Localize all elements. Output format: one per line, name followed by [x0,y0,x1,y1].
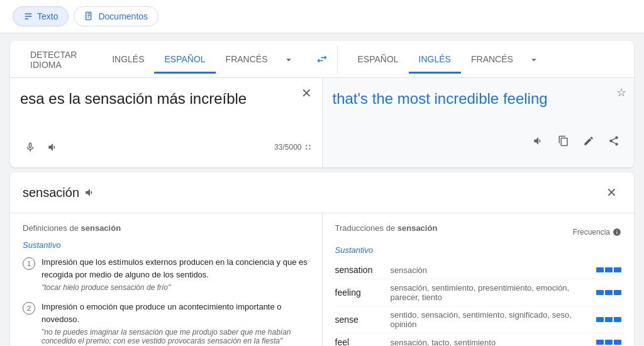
freq-bar-segment [605,317,613,322]
definition-item-1: 1 Impresión que los estímulos externos p… [23,256,309,292]
definition-item-2: 2 Impresión o emoción que produce un aco… [23,301,309,345]
docs-btn-label: Documentos [98,11,148,21]
docs-mode-button[interactable]: Documentos [74,6,158,26]
freq-bar-segment [614,290,621,295]
pos-label-translations: Sustantivo [335,245,622,255]
speaker-dict-icon[interactable] [84,187,96,198]
target-french-tab[interactable]: FRANCÉS [461,45,523,74]
detect-language-tab[interactable]: DETECTAR IDIOMA [20,41,102,77]
definition-text-2: Impresión o emoción que produce un acont… [42,301,309,325]
freq-bar-segment [614,267,621,272]
translated-text: that's the most incredible feeling [333,88,625,126]
edit-button[interactable] [579,131,599,151]
dictionary-title: sensación [23,186,96,200]
copy-icon [558,135,569,147]
mic-icon [25,142,36,153]
definitions-panel: Definiciones de sensación Sustantivo 1 I… [10,213,323,346]
definition-content-1: Impresión que los estímulos externos pro… [42,256,309,292]
translation-synonyms: sensación [391,265,592,275]
translation-synonyms: sensación, tacto, sentimiento [391,338,592,346]
dictionary-section: sensación ✕ Definiciones de sensación Su… [10,172,634,346]
source-spanish-tab[interactable]: ESPAÑOL [154,45,215,74]
docs-icon [84,11,94,21]
freq-bar-segment [614,317,621,322]
language-bar: DETECTAR IDIOMA INGLÉS ESPAÑOL FRANCÉS E… [10,41,634,78]
freq-bar-segment [596,340,604,345]
translation-synonyms: sensación, sentimiento, presentimiento, … [391,283,592,302]
freq-bar-segment [605,267,613,272]
input-icons [20,137,63,157]
freq-bar-segment [596,290,604,295]
translations-title: Traducciones de sensación [335,223,438,233]
swap-languages-button[interactable] [307,53,337,65]
translation-row: sensationsensación [335,261,622,279]
definition-number-1: 1 [23,257,35,270]
translation-row: feelingsensación, sentimiento, presentim… [335,279,622,306]
text-mode-button[interactable]: Texto [13,6,69,26]
expand-icon [304,143,312,151]
dictionary-content: Definiciones de sensación Sustantivo 1 I… [10,213,634,346]
target-lang-panel: ESPAÑOL INGLÉS FRANCÉS [337,45,635,74]
source-lang-panel: DETECTAR IDIOMA INGLÉS ESPAÑOL FRANCÉS [10,41,307,77]
translation-row: feelsensación, tacto, sentimiento [335,333,622,346]
freq-bar-segment [596,267,604,272]
text-panels: esa es la sensación más increíble ✕ [10,78,634,167]
input-footer: 33/5000 [20,132,312,162]
edit-icon [583,135,594,147]
translation-word[interactable]: sense [335,315,386,325]
frequency-label: Frecuencia [573,228,621,237]
char-count: 33/5000 [274,143,311,152]
speaker-button-output[interactable] [528,131,548,151]
translation-word[interactable]: feel [335,337,386,346]
translation-word[interactable]: feeling [335,287,386,298]
speaker-button-input[interactable] [43,137,63,157]
translation-synonyms: sentido, sensación, sentimiento, signifi… [391,310,592,329]
close-dictionary-button[interactable]: ✕ [601,182,621,203]
text-icon [23,11,33,21]
output-footer [333,126,625,156]
translations-table: sensationsensaciónfeelingsensación, sent… [335,261,622,346]
frequency-bars [596,290,621,295]
top-bar: Texto Documentos [0,0,644,33]
translator-container: DETECTAR IDIOMA INGLÉS ESPAÑOL FRANCÉS E… [10,41,634,167]
volume-icon-output [533,135,544,147]
definition-content-2: Impresión o emoción que produce un acont… [42,301,309,345]
source-lang-dropdown[interactable] [278,45,297,73]
info-icon [613,228,621,237]
target-spanish-tab[interactable]: ESPAÑOL [348,45,409,74]
definitions-title: Definiciones de sensación [23,223,309,233]
frequency-bars [596,317,621,322]
freq-bar-segment [605,290,613,295]
share-button[interactable] [604,131,624,151]
swap-icon [316,53,328,65]
frequency-bars [596,340,621,345]
text-btn-label: Texto [37,11,58,21]
frequency-bars [596,267,621,272]
target-lang-dropdown[interactable] [523,45,542,73]
source-text-input[interactable]: esa es la sensación más increíble [20,88,312,130]
translation-row: sensesentido, sensación, sentimiento, si… [335,306,622,333]
input-panel: esa es la sensación más increíble ✕ [10,78,323,167]
mic-button[interactable] [20,137,40,157]
definition-number-2: 2 [23,302,35,315]
clear-input-button[interactable]: ✕ [299,86,314,101]
translations-panel: Traducciones de sensación Frecuencia Sus… [323,213,635,346]
volume-icon-input [47,142,58,153]
source-french-tab[interactable]: FRANCÉS [216,45,278,74]
definition-example-1: "tocar hielo produce sensación de frío" [42,283,309,292]
definition-text-1: Impresión que los estímulos externos pro… [42,256,309,281]
source-english-tab[interactable]: INGLÉS [102,45,154,74]
pos-label-definitions: Sustantivo [23,240,309,250]
copy-button[interactable] [553,131,574,151]
favorite-button[interactable]: ☆ [616,86,626,99]
chevron-down-icon [283,54,294,65]
freq-bar-segment [605,340,613,345]
freq-bar-segment [596,317,604,322]
target-english-tab[interactable]: INGLÉS [409,45,461,74]
freq-bar-segment [614,340,621,345]
dictionary-header: sensación ✕ [10,172,634,213]
translation-word[interactable]: sensation [335,265,386,275]
share-icon [608,135,619,147]
chevron-down-icon-target [528,54,540,65]
definition-example-2: "no te puedes imaginar la sensación que … [42,328,309,345]
